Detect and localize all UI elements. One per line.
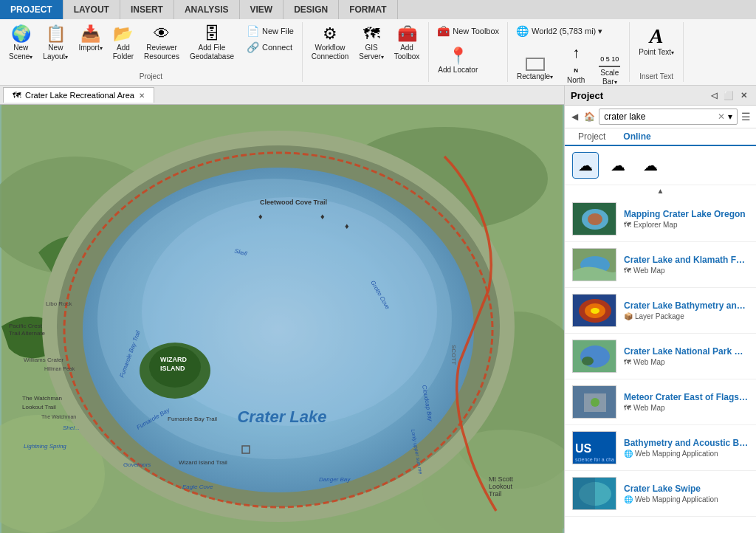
new-scene-button[interactable]: 🌍 NewScene▾	[4, 24, 37, 63]
result-type-icon-5: 🗺	[624, 404, 631, 412]
add-locator-icon: 📍	[448, 48, 468, 64]
tab-format[interactable]: FORMAT	[339, 0, 397, 19]
tab-project-panel[interactable]: Project	[569, 128, 614, 145]
panel-controls: ◁ ⬜ ✕	[707, 89, 750, 102]
result-title-4: Crater Lake National Park Plai...	[624, 346, 749, 357]
nav-back-button[interactable]: ◀	[569, 109, 580, 125]
map-tab-bar: 🗺 Crater Lake Recreational Area ✕	[0, 86, 564, 105]
svg-text:Fumarole Bay Trail: Fumarole Bay Trail	[168, 416, 217, 422]
project-panel: Project ◁ ⬜ ✕ ◀ 🏠 ✕ ▾ ☰ Project Online	[564, 86, 756, 533]
workflow-icon: ⚙	[323, 26, 337, 42]
svg-point-74	[591, 308, 599, 314]
filter-cloud-icon[interactable]: ☁	[572, 152, 599, 179]
add-file-geodatabase-button[interactable]: 🗄 Add FileGeodatabase	[185, 24, 238, 63]
world2-icon: 🌐	[516, 25, 529, 37]
filter-org-icon[interactable]: ☁	[637, 152, 664, 179]
result-thumb-4	[572, 340, 616, 373]
search-input[interactable]	[604, 111, 715, 122]
svg-text:Shel...: Shel...	[63, 424, 80, 431]
point-text-icon: A	[650, 26, 664, 47]
connect-button[interactable]: 🔗 Connect	[243, 40, 298, 55]
svg-text:Mt Scott: Mt Scott	[489, 475, 514, 483]
result-item-6[interactable]: US science for a cha Bathymetry and Acou…	[565, 425, 756, 471]
panel-close-button[interactable]: ✕	[737, 89, 750, 102]
search-clear-button[interactable]: ✕	[718, 111, 725, 122]
tab-insert[interactable]: INSERT	[120, 0, 174, 19]
new-file-icon: 📄	[247, 25, 259, 37]
panel-header: Project ◁ ⬜ ✕	[565, 86, 756, 106]
result-info-6: Bathymetry and Acoustic Bac... 🌐 Web Map…	[624, 438, 749, 458]
workflow-connection-button[interactable]: ⚙ WorkflowConnection	[307, 24, 354, 63]
result-type-7: 🌐 Web Mapping Application	[624, 495, 749, 503]
point-text-button[interactable]: A Point Text▾	[634, 24, 678, 59]
connect-icon: 🔗	[247, 41, 259, 53]
svg-text:ISLAND: ISLAND	[160, 365, 185, 372]
result-item-3[interactable]: Crater Lake Bathymetry and w... 📦 Layer …	[565, 288, 756, 334]
result-item-2[interactable]: Crater Lake and Klamath Falls... 🗺 Web M…	[565, 242, 756, 288]
new-toolbox-button[interactable]: 🧰 New Toolbox	[433, 24, 503, 38]
result-title-1: Mapping Crater Lake Oregon	[624, 209, 749, 219]
gis-server-button[interactable]: 🗺 GISServer▾	[354, 24, 388, 63]
svg-text:WIZARD: WIZARD	[160, 356, 187, 363]
search-box[interactable]: ✕ ▾	[599, 109, 738, 125]
map-container: 🗺 Crater Lake Recreational Area ✕	[0, 86, 564, 533]
map-tab-crater-lake[interactable]: 🗺 Crater Lake Recreational Area ✕	[3, 87, 154, 103]
new-toolbox-icon: 🧰	[437, 25, 450, 37]
new-layout-button[interactable]: 📋 NewLayout▾	[38, 24, 72, 63]
svg-text:♦: ♦	[258, 212, 263, 221]
panel-menu-button[interactable]: ☰	[740, 109, 752, 125]
result-item-5[interactable]: Meteor Crater East of Flagstaf... 🗺 Web …	[565, 379, 756, 425]
world2-button[interactable]: 🌐 World2 (5,783 mi) ▾	[512, 24, 606, 38]
tab-design[interactable]: DESIGN	[284, 0, 339, 19]
result-type-2: 🗺 Web Map	[624, 266, 749, 275]
rectangle-icon	[526, 58, 545, 71]
result-title-2: Crater Lake and Klamath Falls...	[624, 255, 749, 265]
result-item-1[interactable]: Mapping Crater Lake Oregon 🗺 Explorer Ma…	[565, 196, 756, 242]
collapse-arrow[interactable]: ▲	[565, 185, 756, 196]
result-title-7: Crater Lake Swipe	[624, 484, 749, 494]
result-item-4[interactable]: Crater Lake National Park Plai... 🗺 Web …	[565, 334, 756, 379]
result-title-3: Crater Lake Bathymetry and w...	[624, 300, 749, 311]
tab-layout[interactable]: LAYOUT	[63, 0, 120, 19]
map-svg: WIZARD ISLAND Fumarole Bay Fumarole Bay …	[0, 105, 564, 533]
result-type-1: 🗺 Explorer Map	[624, 221, 749, 229]
result-info-2: Crater Lake and Klamath Falls... 🗺 Web M…	[624, 255, 749, 275]
filter-group-icon[interactable]: ☁	[605, 152, 631, 179]
nav-home-button[interactable]: 🏠	[583, 109, 596, 125]
reviewer-resources-icon: 👁	[154, 26, 170, 42]
svg-text:♦: ♦	[320, 212, 325, 221]
reviewer-resources-button[interactable]: 👁 ReviewerResources	[140, 24, 184, 63]
result-list: Mapping Crater Lake Oregon 🗺 Explorer Ma…	[565, 196, 756, 533]
result-type-5: 🗺 Web Map	[624, 404, 749, 412]
svg-text:US: US	[575, 442, 592, 455]
ribbon-group-workflow: ⚙ WorkflowConnection 🗺 GISServer▾ 🧰 AddT…	[303, 22, 430, 82]
panel-restore-button[interactable]: ⬜	[722, 89, 735, 102]
panel-pin-button[interactable]: ◁	[707, 89, 721, 102]
add-file-geodatabase-icon: 🗄	[204, 26, 220, 42]
add-locator-button[interactable]: 📍 Add Locator	[433, 46, 482, 77]
svg-text:Crater Lake: Crater Lake	[237, 408, 326, 426]
result-type-icon-4: 🗺	[624, 358, 631, 366]
import-button[interactable]: 📥 Import▾	[74, 24, 106, 55]
map-canvas[interactable]: WIZARD ISLAND Fumarole Bay Fumarole Bay …	[0, 105, 564, 533]
tab-view[interactable]: VIEW	[240, 0, 284, 19]
add-toolbox-icon: 🧰	[397, 26, 417, 42]
result-title-5: Meteor Crater East of Flagstaf...	[624, 392, 749, 402]
result-item-7[interactable]: Crater Lake Swipe 🌐 Web Mapping Applicat…	[565, 471, 756, 517]
tab-online[interactable]: Online	[614, 128, 659, 146]
new-file-button[interactable]: 📄 New File	[243, 24, 298, 38]
add-toolbox-button[interactable]: 🧰 AddToolbox	[390, 24, 424, 63]
search-down-icon: ▾	[728, 111, 732, 122]
panel-tabs: Project Online	[565, 128, 756, 146]
scale-bar-icon: 0 5 10	[599, 52, 620, 67]
map-tab-close[interactable]: ✕	[139, 92, 145, 100]
result-info-3: Crater Lake Bathymetry and w... 📦 Layer …	[624, 300, 749, 320]
tab-analysis[interactable]: ANALYSIS	[174, 0, 240, 19]
svg-point-68	[588, 213, 602, 225]
svg-text:Hillman Peak: Hillman Peak	[44, 366, 75, 371]
result-type-icon-6: 🌐	[624, 450, 633, 458]
svg-text:The Watchman: The Watchman	[22, 395, 62, 402]
tab-project[interactable]: PROJECT	[0, 0, 63, 19]
result-info-1: Mapping Crater Lake Oregon 🗺 Explorer Ma…	[624, 209, 749, 229]
add-folder-button[interactable]: 📂 AddFolder	[109, 24, 138, 63]
